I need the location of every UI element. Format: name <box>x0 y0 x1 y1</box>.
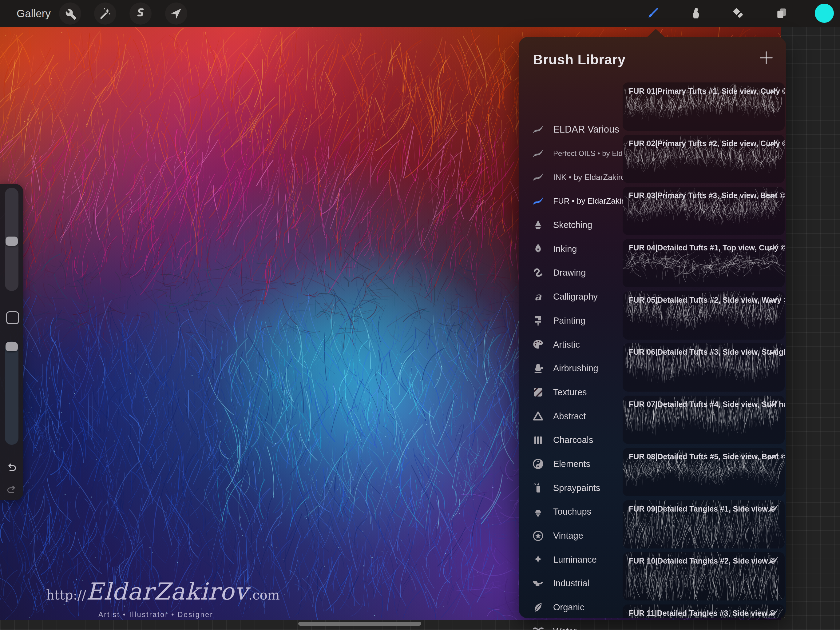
brush-card-fur-02[interactable]: FUR 02|Primary Tufts #2, Side view, Curl… <box>623 135 785 183</box>
magic-wand-icon <box>98 7 112 20</box>
category-item-airbrushing[interactable]: Airbrushing <box>527 356 623 380</box>
brush-stroke-icon <box>766 189 780 201</box>
brush-size-slider[interactable] <box>5 188 19 291</box>
brush-title: FUR 07|Detailed Tufts #4, Side view, Sti… <box>629 400 785 409</box>
brush-stroke-icon <box>531 122 545 136</box>
category-label: Elements <box>553 459 591 469</box>
charcoal-bars-icon <box>531 433 545 447</box>
brush-set-item-3[interactable]: INK • by EldarZakirov <box>527 165 623 189</box>
svg-text:a: a <box>535 290 542 303</box>
category-label: Abstract <box>553 411 586 421</box>
category-item-organic[interactable]: Organic <box>527 595 623 619</box>
brush-card-fur-11[interactable]: FUR 11|Detailed Tangles #3, Side view © <box>623 605 785 618</box>
watermark-url-prefix: http:// <box>46 587 86 603</box>
category-item-spraypaints[interactable]: Spraypaints <box>527 476 623 500</box>
brush-card-fur-10[interactable]: FUR 10|Detailed Tangles #2, Side view © <box>623 552 785 600</box>
category-item-calligraphy[interactable]: a Calligraphy <box>527 285 623 309</box>
category-item-sketching[interactable]: Sketching <box>527 213 623 237</box>
brush-set-item-2[interactable]: Perfect OILS • by Eld... <box>527 141 623 166</box>
texture-square-icon <box>531 385 545 399</box>
category-item-drawing[interactable]: Drawing <box>527 261 623 285</box>
category-label: Painting <box>553 316 586 326</box>
category-item-luminance[interactable]: Luminance <box>527 548 623 571</box>
category-label: INK • by EldarZakirov <box>553 173 623 182</box>
category-label: Luminance <box>553 555 597 565</box>
category-item-painting[interactable]: Painting <box>527 309 623 333</box>
brush-opacity-slider[interactable] <box>5 342 19 445</box>
category-item-touchups[interactable]: Touchups <box>527 500 623 524</box>
spray-can-icon <box>531 481 545 495</box>
category-item-charcoals[interactable]: Charcoals <box>527 428 623 452</box>
brush-stroke-icon <box>766 503 780 515</box>
redo-icon[interactable] <box>6 483 18 495</box>
brush-title: FUR 08|Detailed Tufts #5, Side view, Ben… <box>629 452 785 461</box>
category-label: Touchups <box>553 507 591 517</box>
brush-stroke-icon <box>531 146 545 161</box>
paint-brush-icon <box>646 6 660 21</box>
selection-button[interactable] <box>129 2 152 25</box>
watermark-signature: EldarZakirov <box>86 578 248 605</box>
modify-button[interactable] <box>6 311 19 324</box>
brush-card-fur-05[interactable]: FUR 05|Detailed Tufts #2, Side view, Wav… <box>623 291 785 340</box>
brush-size-handle[interactable] <box>6 237 18 246</box>
transform-button[interactable] <box>165 2 187 25</box>
brush-card-fur-07[interactable]: FUR 07|Detailed Tufts #4, Side view, Sti… <box>623 396 785 444</box>
brush-card-fur-09[interactable]: FUR 09|Detailed Tangles #1, Side view © <box>623 500 785 548</box>
vintage-star-icon <box>531 529 545 543</box>
erase-tool-button[interactable] <box>728 2 750 25</box>
undo-icon[interactable] <box>6 461 18 473</box>
brush-stroke-icon <box>766 450 780 463</box>
brush-title: FUR 11|Detailed Tangles #3, Side view © <box>629 609 775 618</box>
category-label: Organic <box>553 602 584 613</box>
category-label: Artistic <box>553 340 580 350</box>
brush-card-fur-06[interactable]: FUR 06|Detailed Tufts #3, Side view, Str… <box>623 343 785 392</box>
brush-stroke-icon <box>766 242 780 254</box>
category-label: FUR • by EldarZakirov <box>553 196 623 206</box>
color-swatch[interactable] <box>815 4 834 23</box>
horizontal-scrollbar[interactable] <box>298 622 421 626</box>
sidebar-tool-pill <box>0 184 24 500</box>
category-label: Vintage <box>553 531 583 541</box>
add-brush-set-button[interactable] <box>757 49 775 67</box>
brush-card-fur-04[interactable]: FUR 04|Detailed Tufts #1, Top view, Curl… <box>623 239 785 287</box>
brush-title: FUR 03|Primary Tufts #3, Side view, Bent… <box>629 191 785 200</box>
brush-title: FUR 04|Detailed Tufts #1, Top view, Curl… <box>629 243 785 252</box>
category-item-elements[interactable]: Elements <box>527 452 623 476</box>
triangle-icon <box>531 409 545 423</box>
adjustments-button[interactable] <box>94 2 116 25</box>
brush-card-fur-03[interactable]: FUR 03|Primary Tufts #3, Side view, Bent… <box>623 187 785 235</box>
layers-icon <box>775 6 789 21</box>
category-item-textures[interactable]: Textures <box>527 380 623 405</box>
ink-nib-icon <box>531 242 545 256</box>
flat-brush-icon <box>531 313 545 328</box>
brush-stroke-icon <box>531 194 545 208</box>
layers-tool-button[interactable] <box>771 2 793 25</box>
brush-stroke-icon <box>766 398 780 410</box>
brush-stroke-icon <box>766 85 780 97</box>
category-label: Textures <box>553 387 587 397</box>
category-item-vintage[interactable]: Vintage <box>527 524 623 548</box>
smudge-finger-icon <box>689 6 703 21</box>
watermark-url-suffix: .com <box>248 587 280 603</box>
squiggle-icon <box>531 266 545 280</box>
brush-card-fur-01[interactable]: FUR 01|Primary Tufts #1, Side view, Curl… <box>623 82 785 131</box>
brush-set-item-4[interactable]: FUR • by EldarZakirov <box>527 189 623 213</box>
calligraphy-a-icon: a <box>531 290 545 304</box>
category-item-water[interactable]: Water <box>527 619 623 630</box>
top-toolbar: Gallery <box>0 0 840 27</box>
paint-tool-button[interactable] <box>642 2 664 25</box>
eraser-icon <box>731 6 745 21</box>
brush-set-item-1[interactable]: ELDAR Various <box>527 117 623 141</box>
category-item-abstract[interactable]: Abstract <box>527 404 623 428</box>
smudge-tool-button[interactable] <box>685 2 707 25</box>
transform-arrow-icon <box>169 7 183 20</box>
actions-button[interactable] <box>59 2 81 25</box>
category-item-artistic[interactable]: Artistic <box>527 332 623 356</box>
panel-title: Brush Library <box>533 52 626 68</box>
category-label: Charcoals <box>553 435 594 445</box>
category-item-industrial[interactable]: Industrial <box>527 571 623 595</box>
brush-opacity-handle[interactable] <box>6 342 18 351</box>
category-item-inking[interactable]: Inking <box>527 237 623 261</box>
brush-card-fur-08[interactable]: FUR 08|Detailed Tufts #5, Side view, Ben… <box>623 448 785 496</box>
gallery-button[interactable]: Gallery <box>17 7 51 20</box>
